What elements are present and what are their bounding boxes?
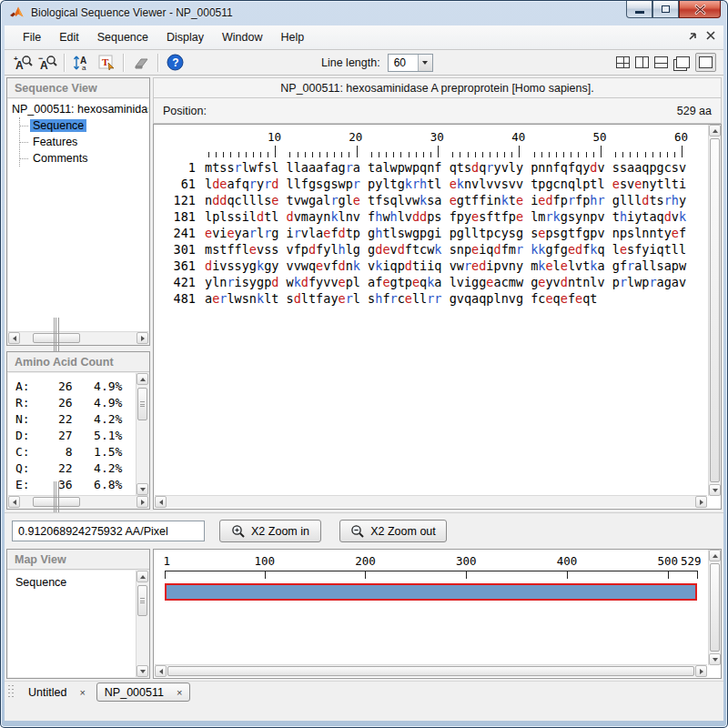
tab-close-icon[interactable]: × — [177, 688, 182, 697]
close-button[interactable] — [679, 1, 721, 18]
sequence-text: mtssrlwfsl llaaafagra talwpwpqnf qtsdqry… — [205, 159, 686, 176]
tree-root-node[interactable]: NP_000511: hexosaminidase — [12, 103, 148, 116]
scroll-right-icon[interactable] — [136, 496, 148, 508]
tab-close-icon[interactable]: × — [79, 688, 85, 697]
scroll-right-icon[interactable] — [695, 496, 707, 508]
scroll-up-icon[interactable] — [709, 550, 721, 561]
sequence-length: 529 aa — [677, 105, 712, 117]
menu-item-window[interactable]: Window — [213, 27, 271, 47]
tree-node-comments[interactable]: Comments — [20, 150, 148, 167]
amino-acid-count-header: Amino Acid Count — [7, 352, 149, 372]
sequence-row: 421ylnrisygpd wkdfyvvepl afegtpeqka lvig… — [159, 274, 708, 290]
scroll-up-icon[interactable] — [136, 373, 148, 385]
close-panel-icon[interactable] — [703, 28, 718, 43]
scroll-down-icon[interactable] — [136, 483, 148, 495]
horizontal-scrollbar[interactable] — [155, 495, 707, 508]
scroll-thumb[interactable] — [137, 388, 147, 420]
sequence-text: lplssildtl dvmaynklnv fhwhlvddps fpyesft… — [205, 208, 686, 225]
vertical-scrollbar[interactable] — [136, 373, 148, 495]
horizontal-split-icon[interactable] — [654, 56, 668, 68]
scroll-thumb[interactable] — [710, 563, 720, 652]
vertical-scrollbar[interactable] — [708, 125, 721, 496]
toolbar: + A − A A a T — [5, 50, 723, 76]
sequence-title: NP_000511: hexosaminidase A preproprotei… — [153, 77, 722, 98]
scroll-thumb[interactable] — [33, 333, 80, 343]
sequence-row: 61ldeafqryrd llfgsgswpr pyltgkrhtl eknvl… — [159, 176, 708, 192]
scroll-left-icon[interactable] — [155, 665, 167, 677]
restore-icon — [662, 5, 670, 13]
menu-item-help[interactable]: Help — [271, 27, 313, 47]
sequence-ruler: 102030405060 — [205, 130, 708, 157]
x2-zoom-out-button[interactable]: X2 Zoom out — [339, 520, 447, 542]
menu-item-sequence[interactable]: Sequence — [88, 27, 157, 47]
scroll-left-icon[interactable] — [155, 496, 167, 508]
scroll-down-icon[interactable] — [136, 665, 148, 677]
tree-node-label: Comments — [30, 152, 90, 165]
scroll-thumb[interactable] — [710, 138, 720, 482]
scroll-thumb[interactable] — [167, 666, 694, 676]
content-area: Sequence View NP_000511: hexosaminidase … — [5, 76, 723, 721]
vertical-scrollbar[interactable] — [136, 571, 148, 677]
matlab-icon — [9, 5, 25, 20]
resize-font-button[interactable]: A a — [70, 52, 93, 73]
scroll-up-icon[interactable] — [136, 571, 148, 582]
sequence-map-bar[interactable] — [165, 583, 697, 601]
scale-input[interactable]: 0.912068924275932 AA/Pixel — [12, 521, 205, 541]
scroll-thumb[interactable] — [137, 585, 147, 616]
line-length-select[interactable]: 60 — [388, 54, 433, 72]
horizontal-scrollbar[interactable] — [8, 495, 148, 508]
tab-np_000511[interactable]: NP_000511× — [96, 682, 191, 702]
zoom-in-icon — [231, 524, 246, 539]
eraser-button[interactable] — [129, 52, 152, 73]
scroll-right-icon[interactable] — [136, 332, 148, 344]
tab-grip-handle[interactable] — [8, 685, 15, 700]
scroll-down-icon[interactable] — [709, 484, 721, 496]
menu-item-edit[interactable]: Edit — [50, 27, 88, 47]
line-number: 361 — [159, 258, 196, 274]
line-number: 241 — [159, 225, 196, 241]
map-display-area[interactable]: 1100200300400500529 — [153, 549, 722, 679]
tree-node-sequence[interactable]: Sequence — [20, 117, 148, 134]
format-text-button[interactable]: T — [95, 52, 117, 73]
toolbar-separator — [64, 54, 65, 72]
scroll-right-icon[interactable] — [695, 665, 707, 677]
combo-dropdown-button[interactable] — [418, 55, 432, 71]
map-list-item[interactable]: Sequence — [15, 576, 136, 589]
zoom-in-font-button[interactable]: + A — [11, 52, 34, 73]
scroll-up-icon[interactable] — [709, 125, 721, 136]
cascade-windows-icon[interactable] — [676, 56, 690, 68]
line-number: 301 — [159, 241, 196, 258]
single-view-selected[interactable] — [695, 53, 716, 72]
restore-button[interactable] — [652, 1, 679, 18]
minimize-button[interactable] — [626, 1, 652, 18]
vertical-split-icon[interactable] — [635, 56, 649, 68]
undock-icon[interactable] — [685, 28, 700, 43]
scroll-down-icon[interactable] — [709, 653, 721, 665]
menu-item-display[interactable]: Display — [157, 27, 213, 47]
line-number: 1 — [159, 159, 196, 176]
vertical-scrollbar[interactable] — [708, 550, 721, 665]
line-number: 421 — [159, 274, 196, 290]
title-bar[interactable]: Biological Sequence Viewer - NP_000511 — [0, 0, 728, 25]
horizontal-scrollbar[interactable] — [8, 331, 148, 344]
toolbar-separator — [123, 54, 124, 72]
map-view-panel: Map View Sequence — [6, 549, 150, 679]
tab-untitled[interactable]: Untitled× — [21, 684, 93, 701]
sequence-display-panel[interactable]: 102030405060 1mtssrlwfsl llaaafagra talw… — [153, 124, 722, 510]
scroll-left-icon[interactable] — [8, 496, 20, 508]
position-label: Position: — [163, 105, 207, 117]
sequence-text: ldeafqryrd llfgsgswpr pyltgkrhtl eknvlvv… — [205, 176, 686, 192]
svg-text:?: ? — [172, 56, 178, 69]
scroll-left-icon[interactable] — [8, 332, 20, 344]
grid-layout-icon[interactable] — [616, 56, 630, 68]
sequence-row: 241evieyarlrg irvlaefdtp ghtlswgpgi pgll… — [159, 225, 708, 241]
menu-item-file[interactable]: File — [14, 27, 50, 47]
minimize-icon — [635, 11, 644, 14]
line-length-value: 60 — [389, 56, 418, 69]
horizontal-scrollbar[interactable] — [155, 664, 707, 677]
x2-zoom-in-button[interactable]: X2 Zoom in — [219, 520, 321, 542]
help-button[interactable]: ? — [164, 52, 187, 73]
line-number: 121 — [159, 192, 196, 208]
zoom-out-font-button[interactable]: − A — [35, 52, 58, 73]
tree-node-features[interactable]: Features — [20, 134, 148, 150]
